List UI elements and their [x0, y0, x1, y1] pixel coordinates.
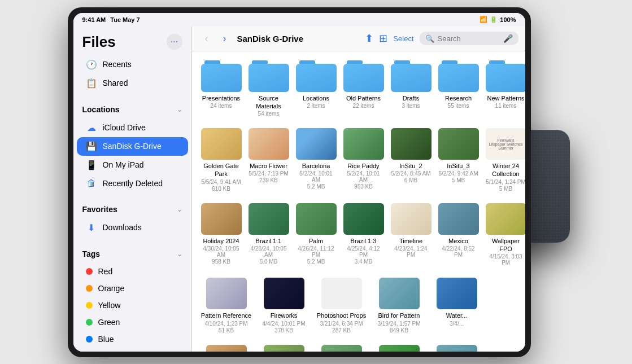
file-name: Brazil 1.1	[256, 237, 282, 245]
sidebar-item-tag-purple[interactable]: Purple	[77, 348, 188, 352]
file-size: 3.4 MB	[355, 258, 373, 265]
file-item[interactable]: Macro Flower 5/5/24, 7:19 PM 239 KB	[249, 128, 289, 192]
tag-dot-green	[86, 319, 93, 326]
downloads-icon: ⬇	[86, 222, 97, 233]
files-grid: Presentations 24 items Source Materials …	[192, 51, 525, 352]
sandisk-label: SanDisk G-Drive	[103, 142, 162, 151]
sidebar-item-onipad[interactable]: 📱 On My iPad	[77, 156, 188, 174]
file-item[interactable]: Golden Gate Park 5/5/24, 9:41 AM 610 KB	[201, 128, 242, 192]
grid-button[interactable]: ⊞	[379, 32, 387, 45]
folder-icon	[296, 60, 337, 92]
file-name: Brazil 1.3	[351, 237, 377, 245]
file-name: Golden Gate Park	[201, 162, 242, 178]
file-thumbnail	[379, 278, 420, 309]
file-item[interactable]: InSitu_3 5/2/24, 9:42 AM 5 MB	[438, 128, 479, 192]
file-item[interactable]: Brazil 1.3 4/25/24, 4:12 PM 3.4 MB	[343, 203, 384, 267]
file-date: 4/28/24, 10:05 AM	[249, 245, 289, 258]
folder-item[interactable]: Drafts 3 items	[391, 60, 431, 117]
file-date: 4/26/24, 11:12 PM	[296, 245, 337, 258]
file-item[interactable]: Rice Paddy 5/2/24, 10:01 AM 953 KB	[343, 128, 384, 192]
sidebar-title: Files	[82, 33, 116, 51]
file-name: Timeline	[399, 237, 422, 245]
shared-icon: 📋	[86, 78, 97, 89]
select-button[interactable]: Select	[393, 34, 413, 43]
file-item[interactable]: Wallpaper FPO 4/15/24, 3:03 PM	[486, 203, 525, 267]
file-name: Holiday 2024	[203, 237, 239, 245]
deleted-label: Recently Deleted	[103, 179, 163, 188]
status-time: 9:41 AM	[82, 16, 106, 23]
ipad-icon: 📱	[86, 160, 97, 170]
file-item[interactable]: Photoshoot Props 3/21/24, 6:34 PM 287 KB	[316, 278, 367, 333]
sidebar-item-tag-green[interactable]: Green	[77, 314, 188, 331]
folder-item[interactable]: Presentations 24 items	[201, 60, 242, 117]
file-item[interactable]: Water... 3/4/...	[431, 278, 482, 333]
file-item[interactable]: Barcelona 5/2/24, 10:01 AM 5.2 MB	[296, 128, 337, 192]
file-item[interactable]: Argentina	[316, 345, 367, 352]
mic-icon: 🎤	[503, 34, 513, 43]
folder-name: Research	[445, 94, 472, 102]
sidebar-item-icloud[interactable]: ☁ iCloud Drive	[77, 119, 188, 137]
file-thumbnail	[201, 128, 242, 160]
sidebar-item-downloads[interactable]: ⬇ Downloads	[77, 218, 188, 237]
files-row-2: Holiday 2024 4/30/24, 10:05 AM 958 KB Br…	[201, 203, 516, 267]
folder-item[interactable]: Research 55 items	[438, 60, 479, 117]
file-thumbnail	[249, 128, 289, 160]
tag-label-yellow: Yellow	[98, 301, 121, 310]
sandisk-icon: 💾	[86, 141, 97, 152]
file-date: 5/1/24, 1:24 PM	[486, 179, 525, 185]
file-name: InSitu_2	[399, 162, 422, 170]
file-item[interactable]: Tha...	[431, 345, 482, 352]
file-date: 5/2/24, 8:45 AM	[391, 170, 430, 177]
folder-name: Presentations	[202, 94, 240, 102]
folder-item[interactable]: Source Materials 54 items	[249, 60, 289, 117]
back-button[interactable]: ‹	[199, 30, 215, 46]
search-bar[interactable]: 🔍 🎤	[420, 32, 518, 45]
file-thumbnail	[391, 128, 431, 160]
file-item[interactable]: Bird for Pattern 3/19/24, 1:57 PM 849 KB	[374, 278, 425, 333]
file-thumbnail	[206, 345, 247, 352]
file-item[interactable]: Pattern Reference 4/10/24, 1:23 PM 51 KB	[201, 278, 252, 333]
file-item[interactable]: Brazil 1.2	[201, 345, 252, 352]
search-input[interactable]	[438, 34, 500, 43]
file-thumbnail	[201, 203, 242, 235]
folder-item[interactable]: Old Patterns 22 items	[343, 60, 384, 117]
file-size: 6 MB	[404, 177, 417, 183]
file-size: 5 MB	[452, 177, 465, 183]
file-name: Wallpaper FPO	[486, 237, 525, 253]
file-size: 5.0 MB	[260, 258, 278, 265]
battery-percent: 100%	[500, 16, 516, 23]
tag-label-red: Red	[98, 267, 113, 276]
file-thumbnail	[264, 278, 304, 309]
forward-button[interactable]: ›	[217, 30, 233, 46]
file-item[interactable]: Fireworks 4/4/24, 10:01 PM 378 KB	[259, 278, 310, 333]
file-item[interactable]: Mexico 4/22/24, 8:52 PM	[438, 203, 479, 267]
file-item[interactable]: Timeline 4/23/24, 1:24 PM	[391, 203, 431, 267]
file-thumbnail	[438, 128, 479, 160]
folder-name: New Patterns	[487, 94, 524, 102]
file-item[interactable]: Holiday 2024 4/30/24, 10:05 AM 958 KB	[201, 203, 242, 267]
file-item[interactable]: Fernwalls Litepaper Sketches Summer Wint…	[486, 128, 525, 192]
tag-dot-red	[86, 268, 93, 275]
sidebar-item-sandisk[interactable]: 💾 SanDisk G-Drive	[77, 137, 188, 156]
sidebar-item-deleted[interactable]: 🗑 Recently Deleted	[77, 174, 188, 192]
file-date: 5/5/24, 9:41 AM	[201, 179, 241, 185]
folder-item[interactable]: Locations 2 items	[296, 60, 337, 117]
file-size: 378 KB	[274, 327, 293, 334]
sidebar-item-tag-red[interactable]: Red	[77, 263, 188, 280]
file-item[interactable]: Brazil 1.1 4/28/24, 10:05 AM 5.0 MB	[249, 203, 289, 267]
sidebar-item-shared[interactable]: 📋 Shared	[77, 74, 188, 93]
sidebar-item-tag-orange[interactable]: Orange	[77, 280, 188, 297]
folder-item[interactable]: New Patterns 11 items	[486, 60, 525, 117]
file-thumbnail	[321, 345, 362, 352]
file-size: 51 KB	[219, 327, 234, 334]
file-name: InSitu_3	[447, 162, 469, 170]
more-button[interactable]: ···	[167, 34, 182, 50]
file-item[interactable]: South Africa 2.1	[259, 345, 310, 352]
sidebar-item-recents[interactable]: 🕐 Recents	[77, 55, 188, 74]
file-item[interactable]: Palm 4/26/24, 11:12 PM 5.2 MB	[296, 203, 337, 267]
sidebar-item-tag-yellow[interactable]: Yellow	[77, 297, 188, 314]
sidebar-item-tag-blue[interactable]: Blue	[77, 331, 188, 348]
share-button[interactable]: ⬆	[365, 32, 373, 45]
file-item[interactable]: InSitu_2 5/2/24, 8:45 AM 6 MB	[391, 128, 431, 192]
file-item[interactable]: Fern 22	[374, 345, 425, 352]
